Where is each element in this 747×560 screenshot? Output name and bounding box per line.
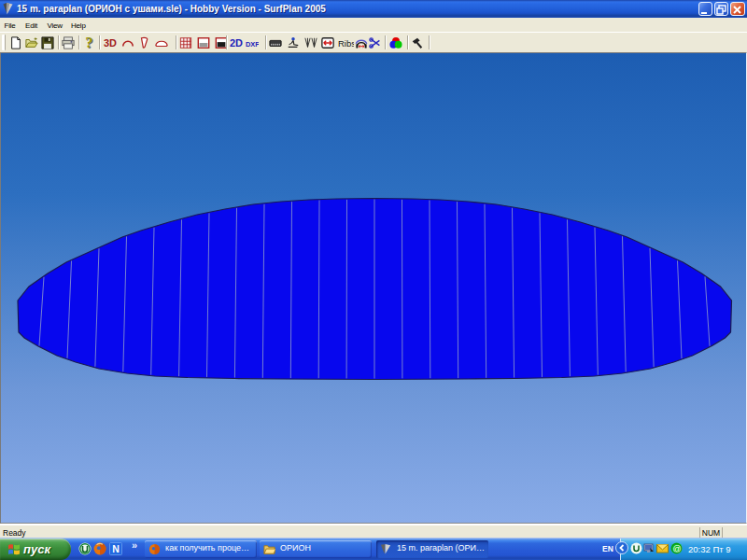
svg-text:DXF: DXF bbox=[246, 40, 259, 49]
svg-text:N: N bbox=[112, 543, 120, 554]
svg-text:2D: 2D bbox=[230, 37, 243, 49]
svg-text:@: @ bbox=[673, 544, 682, 553]
svg-text:Ribs: Ribs bbox=[338, 38, 354, 49]
svg-text:3D: 3D bbox=[104, 37, 117, 49]
svg-text:?: ? bbox=[85, 36, 92, 49]
